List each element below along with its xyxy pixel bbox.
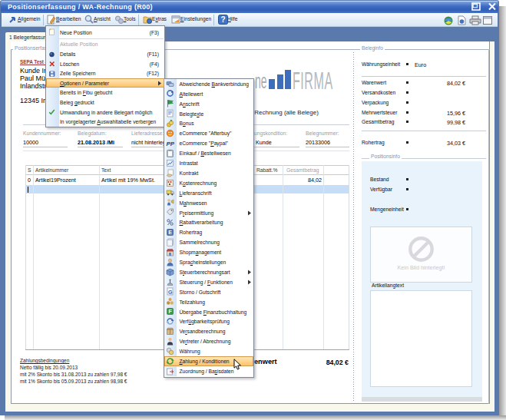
svg-text:G: G — [168, 289, 173, 295]
svg-text:PP: PP — [166, 140, 174, 147]
svg-text:?: ? — [220, 15, 225, 24]
svg-text:F: F — [168, 309, 172, 314]
svg-text:E: E — [168, 230, 172, 235]
